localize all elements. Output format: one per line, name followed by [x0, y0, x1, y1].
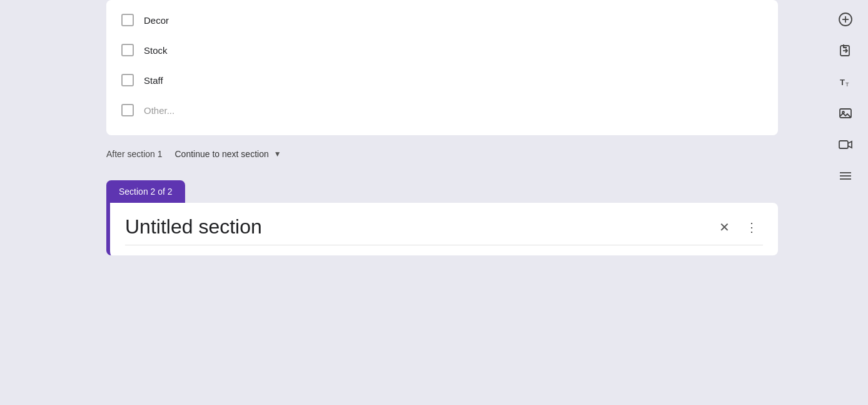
- section-card-header: Untitled section ✕ ⋮: [125, 215, 763, 238]
- after-section-prefix: After section 1: [106, 149, 163, 159]
- close-button[interactable]: ✕: [713, 216, 735, 238]
- chevron-down-icon: ▼: [274, 150, 281, 158]
- right-toolbar: T T: [828, 0, 868, 405]
- section-card: Untitled section ✕ ⋮: [106, 203, 778, 255]
- more-options-button[interactable]: ⋮: [740, 216, 763, 238]
- checkbox-label: Decor: [144, 15, 169, 26]
- svg-text:T: T: [840, 78, 845, 87]
- add-section-button[interactable]: [831, 161, 860, 190]
- checkbox-item: Stock: [121, 35, 763, 65]
- checkbox-label: Staff: [144, 75, 163, 86]
- svg-text:T: T: [845, 81, 849, 88]
- checkbox-box[interactable]: [121, 44, 134, 56]
- checkbox-box[interactable]: [121, 74, 134, 86]
- checkbox-item: Other...: [121, 95, 763, 125]
- add-video-button[interactable]: [831, 130, 860, 159]
- checkbox-item: Staff: [121, 65, 763, 95]
- add-image-button[interactable]: [831, 99, 860, 128]
- after-section-row: After section 1 Continue to next section…: [106, 135, 778, 173]
- after-section-option: Continue to next section: [175, 149, 269, 159]
- checkbox-box[interactable]: [121, 104, 134, 116]
- import-questions-button[interactable]: [831, 36, 860, 65]
- add-title-button[interactable]: T T: [831, 68, 860, 96]
- section-badge-row: Section 2 of 2: [106, 173, 778, 203]
- section-badge: Section 2 of 2: [106, 180, 185, 203]
- after-section-dropdown[interactable]: Continue to next section ▼: [170, 146, 286, 161]
- checkbox-item: Decor: [121, 5, 763, 35]
- checkbox-label: Stock: [144, 45, 168, 56]
- add-question-button[interactable]: [831, 5, 860, 34]
- section-divider: [125, 245, 763, 245]
- section-title[interactable]: Untitled section: [125, 215, 713, 238]
- svg-rect-9: [839, 141, 848, 148]
- checkbox-card: DecorStockStaffOther...: [106, 0, 778, 135]
- checkbox-label: Other...: [144, 105, 174, 116]
- checkbox-box[interactable]: [121, 14, 134, 26]
- section-card-actions: ✕ ⋮: [713, 216, 763, 238]
